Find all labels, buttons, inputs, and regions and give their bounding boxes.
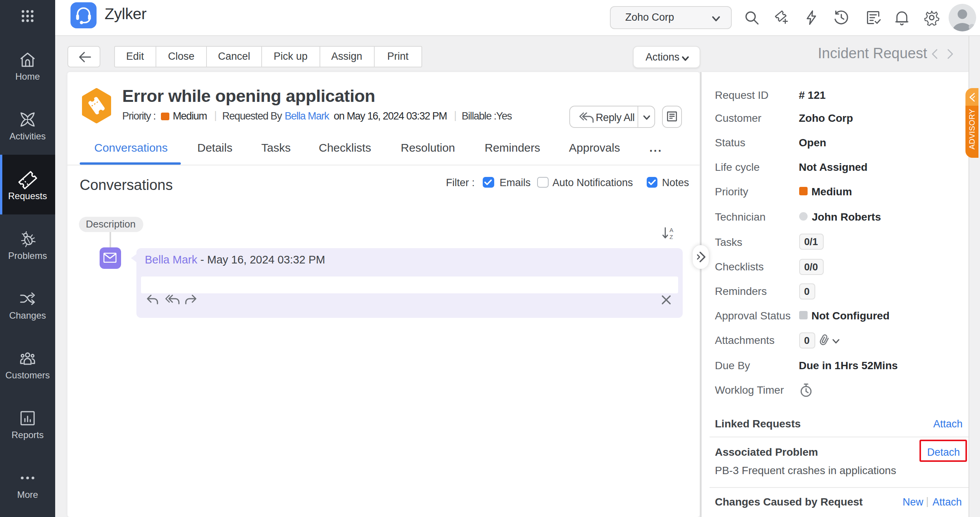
svg-text:A: A [670, 226, 674, 233]
svg-text:Z: Z [670, 233, 673, 239]
